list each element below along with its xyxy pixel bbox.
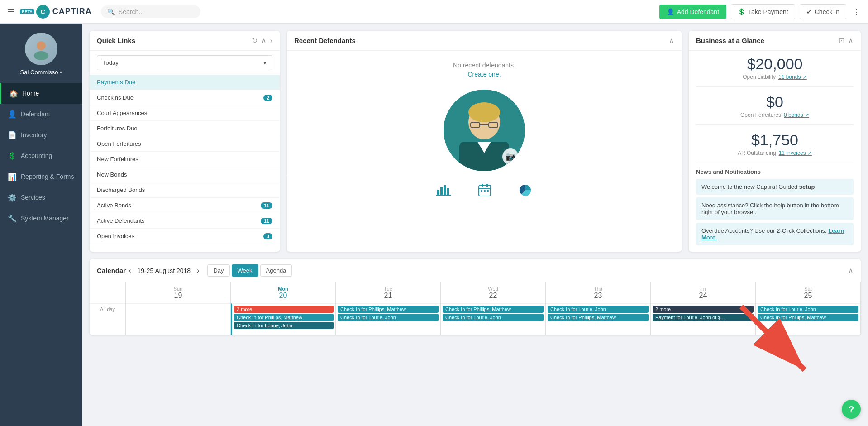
dropdown-label: Today [103, 59, 119, 66]
pie-chart-icon[interactable] [519, 183, 532, 200]
ql-item-court-appearances[interactable]: Court Appearances [90, 105, 280, 121]
sidebar-item-home[interactable]: 🏠 Home [0, 83, 82, 104]
ql-item-discharged-bonds[interactable]: Discharged Bonds [90, 182, 280, 198]
chevron-up-icon[interactable]: ∧ [848, 266, 854, 275]
cal-event-sat25-1[interactable]: Check In for Lourie, John [758, 306, 858, 313]
quick-links-header: Quick Links ↻ ∧ › [90, 31, 280, 51]
ql-item-payments-due[interactable]: Payments Due [90, 75, 280, 90]
top-nav: ☰ BETA C CAPTIRA 🔍 Search... 👤 Add Defen… [0, 0, 868, 24]
more-options-icon[interactable]: ⋮ [853, 7, 861, 17]
cal-event-thu23-1[interactable]: Check In for Lourie, John [548, 306, 649, 313]
ql-item-open-invoices[interactable]: Open Invoices 3 [90, 229, 280, 244]
cal-event-sat25-2[interactable]: Check In for Phillips, Matthew [758, 314, 858, 321]
logo-text: CAPTIRA [52, 7, 92, 16]
quick-links-dropdown[interactable]: Today ▾ [97, 55, 272, 70]
sidebar-item-system[interactable]: 🔧 System Manager [0, 208, 82, 229]
cal-event-tue21-2[interactable]: Check In for Lourie, John [338, 314, 439, 321]
quick-links-title: Quick Links [97, 37, 135, 44]
logo-icon: C [36, 5, 50, 19]
calendar-nav: ‹ 19-25 August 2018 › [126, 266, 202, 276]
chevron-up-icon[interactable]: ∧ [848, 36, 854, 45]
cal-cell-fri24: 2 more Payment for Lourie, John of $... [651, 303, 756, 335]
dollar-icon: 💲 [738, 8, 745, 15]
business-at-glance-card: Business at a Glance ⊡ ∧ $20,000 Open Li… [689, 31, 861, 252]
calendar-next-button[interactable]: › [194, 266, 202, 276]
chevron-up-icon[interactable]: ∧ [669, 36, 674, 45]
cal-view-day[interactable]: Day [207, 264, 229, 277]
quick-links-actions: ↻ ∧ › [252, 36, 272, 45]
chevron-up-icon[interactable]: ∧ [261, 36, 267, 45]
ql-item-active-defendants[interactable]: Active Defendants 11 [90, 213, 280, 229]
create-link[interactable]: Create one. [467, 71, 501, 78]
news-item-2: Need assistance? Click the help button i… [696, 197, 854, 220]
cal-more-mon20[interactable]: 2 more [234, 306, 334, 313]
sidebar-item-defendant[interactable]: 👤 Defendant [0, 104, 82, 124]
check-icon: ✔ [806, 8, 812, 15]
check-in-button[interactable]: ✔ Check In [800, 4, 846, 19]
camera-icon[interactable]: 📷 [502, 148, 519, 165]
news-item-3: Overdue Accounts? Use our 2-Click Collec… [696, 223, 854, 245]
cal-view-week[interactable]: Week [232, 264, 258, 277]
cal-event-fri24-1[interactable]: Payment for Lourie, John of $... [653, 314, 754, 321]
expand-icon[interactable]: ⊡ [839, 36, 844, 45]
chart-bar-icon[interactable] [436, 183, 451, 200]
cal-event-mon20-1[interactable]: Check In for Phillips, Matthew [234, 314, 334, 321]
cal-event-mon20-2[interactable]: Check In for Lourie, John [234, 322, 334, 329]
recent-defendants-header: Recent Defendants ∧ [287, 31, 682, 51]
sidebar-item-label: Home [22, 90, 39, 97]
cal-view-agenda[interactable]: Agenda [260, 264, 292, 277]
take-payment-button[interactable]: 💲 Take Payment [731, 4, 795, 19]
cal-header-sun19: Sun 19 [126, 282, 231, 303]
cal-cell-mon20: 2 more Check In for Phillips, Matthew Ch… [231, 303, 336, 335]
search-bar[interactable]: 🔍 Search... [101, 5, 200, 18]
active-defendants-badge: 11 [261, 218, 272, 224]
liability-link[interactable]: 11 bonds ↗ [778, 74, 807, 80]
cal-event-thu23-2[interactable]: Check In for Phillips, Matthew [548, 314, 649, 321]
user-name[interactable]: Sal Commisso ▾ [20, 69, 62, 76]
sidebar-avatar: Sal Commisso ▾ [0, 24, 82, 83]
cal-header-mon20: Mon 20 [231, 282, 336, 303]
main-layout: Sal Commisso ▾ 🏠 Home 👤 Defendant 📄 Inve… [0, 24, 868, 426]
cal-cell-thu23: Check In for Lourie, John Check In for P… [546, 303, 651, 335]
avatar [25, 33, 57, 65]
cal-event-wed22-2[interactable]: Check In for Lourie, John [443, 314, 544, 321]
ql-item-open-forfeitures[interactable]: Open Forfeitures [90, 136, 280, 152]
refresh-icon[interactable]: ↻ [252, 36, 258, 45]
calendar-icon[interactable] [478, 183, 491, 200]
cal-cell-tue21: Check In for Phillips, Matthew Check In … [336, 303, 441, 335]
menu-icon[interactable]: ☰ [7, 7, 14, 17]
ql-item-checkins-due[interactable]: Checkins Due 2 [90, 90, 280, 105]
forfeitures-link[interactable]: 0 bonds ↗ [784, 112, 809, 118]
sidebar-item-label: Accounting [21, 152, 52, 159]
chevron-right-icon[interactable]: › [270, 37, 272, 45]
sidebar-item-accounting[interactable]: 💲 Accounting [0, 145, 82, 166]
cal-event-tue21-1[interactable]: Check In for Phillips, Matthew [338, 306, 439, 313]
ql-item-new-bonds[interactable]: New Bonds [90, 167, 280, 182]
calendar-allday-row: All day 2 more Check In for Phillips, Ma… [90, 303, 861, 335]
open-invoices-badge: 3 [263, 233, 272, 239]
defendant-icon: 👤 [8, 110, 16, 118]
calendar-header: Calendar ‹ 19-25 August 2018 › Day Week … [90, 259, 861, 282]
ql-item-new-forfeitures[interactable]: New Forfeitures [90, 152, 280, 167]
sidebar-item-services[interactable]: ⚙️ Services [0, 187, 82, 208]
cal-more-fri24[interactable]: 2 more [653, 306, 754, 313]
sidebar-item-label: Reporting & Forms [21, 173, 74, 180]
news-title: News and Notifications [696, 168, 854, 175]
ql-item-forfeitures-due[interactable]: Forfeitures Due [90, 121, 280, 136]
sidebar-item-inventory[interactable]: 📄 Inventory [0, 124, 82, 145]
add-defendant-button[interactable]: 👤 Add Defendant [659, 5, 726, 19]
sidebar-item-label: Defendant [21, 110, 50, 118]
learn-more-link[interactable]: Learn More. [701, 227, 844, 241]
ar-link[interactable]: 11 invoices ↗ [779, 150, 812, 156]
defendant-bottom-icons [287, 176, 682, 206]
sidebar-item-reporting[interactable]: 📊 Reporting & Forms [0, 166, 82, 187]
cal-header-fri24: Fri 24 [651, 282, 756, 303]
news-section: News and Notifications Welcome to the ne… [689, 165, 861, 252]
bag-actions: ⊡ ∧ [839, 36, 854, 45]
ql-item-active-bonds[interactable]: Active Bonds 11 [90, 198, 280, 213]
calendar-prev-button[interactable]: ‹ [126, 266, 134, 276]
add-defendant-label: Add Defendant [677, 8, 719, 15]
cal-event-wed22-1[interactable]: Check In for Phillips, Matthew [443, 306, 544, 313]
search-icon: 🔍 [107, 8, 115, 15]
help-button[interactable]: ? [842, 400, 861, 419]
